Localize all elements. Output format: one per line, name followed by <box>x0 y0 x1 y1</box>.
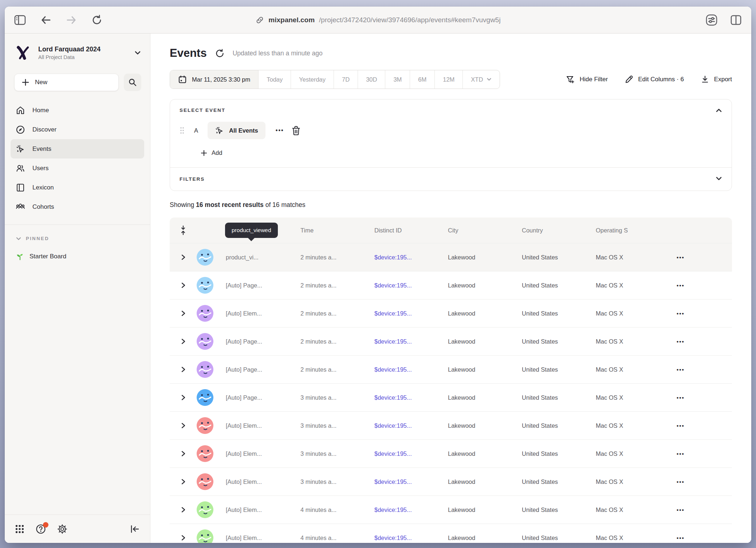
sidebar-item-cohorts[interactable]: Cohorts <box>11 197 144 216</box>
range-today[interactable]: Today <box>258 70 291 89</box>
expand-row-icon[interactable] <box>181 506 186 513</box>
distinct-id-link[interactable]: $device:195... <box>374 394 448 401</box>
column-header-distinct-id[interactable]: Distinct ID <box>374 227 448 234</box>
forward-icon[interactable] <box>66 15 77 25</box>
row-actions-menu[interactable]: ••• <box>677 395 685 401</box>
event-selector-chip[interactable]: All Events <box>208 122 265 139</box>
time-cell: 4 minutes a... <box>300 535 374 541</box>
new-button[interactable]: New <box>14 74 119 91</box>
expand-row-icon[interactable] <box>181 310 186 317</box>
distinct-id-link[interactable]: $device:195... <box>374 338 448 345</box>
column-header-city[interactable]: City <box>448 227 522 234</box>
distinct-id-link[interactable]: $device:195... <box>374 422 448 429</box>
expand-row-icon[interactable] <box>181 394 186 401</box>
expand-row-icon[interactable] <box>181 366 186 373</box>
event-tooltip: product_viewed <box>225 223 278 238</box>
distinct-id-link[interactable]: $device:195... <box>374 254 448 261</box>
gear-icon[interactable] <box>57 524 67 534</box>
row-actions-menu[interactable]: ••• <box>677 507 685 513</box>
expand-row-icon[interactable] <box>181 422 186 429</box>
reload-icon[interactable] <box>91 15 102 26</box>
refresh-icon[interactable] <box>215 48 225 58</box>
date-picker-segment[interactable]: Mar 11, 2025 3:30 pm <box>170 70 258 89</box>
sidebar-item-lexicon[interactable]: Lexicon <box>11 178 144 197</box>
project-switcher[interactable]: Lord Farquaad 2024 All Project Data <box>5 34 150 65</box>
row-actions-menu[interactable]: ••• <box>677 451 685 457</box>
split-view-icon[interactable] <box>730 15 742 26</box>
distinct-id-link[interactable]: $device:195... <box>374 310 448 317</box>
row-actions-menu[interactable]: ••• <box>677 479 685 485</box>
sidebar-item-discover[interactable]: Discover <box>11 120 144 139</box>
row-actions-menu[interactable]: ••• <box>677 535 685 541</box>
row-actions-menu[interactable]: ••• <box>677 423 685 429</box>
range-yesterday[interactable]: Yesterday <box>291 70 334 89</box>
browser-sidebar-toggle-icon[interactable] <box>14 15 26 25</box>
row-actions-menu[interactable]: ••• <box>677 367 685 373</box>
edit-columns-button[interactable]: Edit Columns · 6 <box>625 75 684 84</box>
table-row[interactable]: [Auto] Elem... 4 minutes a... $device:19… <box>170 524 732 543</box>
add-event-button[interactable]: Add <box>201 149 722 156</box>
city-cell: Lakewood <box>448 450 522 457</box>
range-6m[interactable]: 6M <box>410 70 434 89</box>
export-button[interactable]: Export <box>701 75 732 84</box>
table-row[interactable]: [Auto] Page... 2 minutes a... $device:19… <box>170 355 732 383</box>
search-button[interactable] <box>124 74 141 91</box>
range-3m[interactable]: 3M <box>385 70 410 89</box>
country-cell: United States <box>522 450 596 457</box>
city-cell: Lakewood <box>448 422 522 429</box>
expand-row-icon[interactable] <box>181 254 186 261</box>
expand-row-icon[interactable] <box>181 338 186 345</box>
back-icon[interactable] <box>40 15 51 25</box>
table-row[interactable]: [Auto] Page... 2 minutes a... $device:19… <box>170 327 732 355</box>
table-row[interactable]: [Auto] Elem... 3 minutes a... $device:19… <box>170 439 732 467</box>
url-bar[interactable]: mixpanel.com/project/3472420/view/397469… <box>255 16 500 24</box>
table-row[interactable]: [Auto] Elem... 2 minutes a... $device:19… <box>170 299 732 327</box>
column-header-os[interactable]: Operating S <box>596 227 666 234</box>
expand-row-icon[interactable] <box>181 450 186 457</box>
table-row[interactable]: [Auto] Page... 2 minutes a... $device:19… <box>170 271 732 299</box>
collapse-all-rows-icon[interactable] <box>179 225 187 235</box>
table-row[interactable]: [Auto] Elem... 3 minutes a... $device:19… <box>170 467 732 496</box>
range-12m[interactable]: 12M <box>434 70 462 89</box>
distinct-id-link[interactable]: $device:195... <box>374 478 448 485</box>
drag-handle-icon[interactable] <box>180 126 185 134</box>
sidebar-item-users[interactable]: Users <box>11 158 144 178</box>
table-row[interactable]: [Auto] Elem... 4 minutes a... $device:19… <box>170 496 732 524</box>
column-header-country[interactable]: Country <box>522 227 596 234</box>
expand-section-icon[interactable] <box>716 176 722 181</box>
range-xtd[interactable]: XTD <box>462 70 500 89</box>
range-7d[interactable]: 7D <box>334 70 358 89</box>
hide-filter-button[interactable]: Hide Filter <box>566 75 608 84</box>
event-more-menu[interactable]: ••• <box>276 127 284 134</box>
filters-label: FILTERS <box>180 176 722 182</box>
apps-grid-icon[interactable] <box>15 524 24 534</box>
column-header-time[interactable]: Time <box>300 227 374 234</box>
collapse-section-icon[interactable] <box>716 108 722 113</box>
range-30d[interactable]: 30D <box>358 70 385 89</box>
sidebar-item-home[interactable]: Home <box>11 101 144 120</box>
distinct-id-link[interactable]: $device:195... <box>374 535 448 541</box>
row-actions-menu[interactable]: ••• <box>677 310 685 317</box>
chevron-down-icon[interactable] <box>134 50 141 55</box>
distinct-id-link[interactable]: $device:195... <box>374 366 448 373</box>
table-row[interactable]: [Auto] Page... 3 minutes a... $device:19… <box>170 383 732 411</box>
distinct-id-link[interactable]: $device:195... <box>374 450 448 457</box>
row-actions-menu[interactable]: ••• <box>677 282 685 289</box>
row-actions-menu[interactable]: ••• <box>677 338 685 345</box>
table-row[interactable]: [Auto] Elem... 3 minutes a... $device:19… <box>170 411 732 439</box>
sidebar-item-events[interactable]: Events <box>11 139 144 158</box>
trash-icon[interactable] <box>291 125 301 136</box>
distinct-id-link[interactable]: $device:195... <box>374 506 448 513</box>
distinct-id-link[interactable]: $device:195... <box>374 282 448 289</box>
table-row[interactable]: product_vi... 2 minutes a... $device:195… <box>170 243 732 271</box>
expand-row-icon[interactable] <box>181 282 186 289</box>
pinned-section-header[interactable]: PINNED <box>5 225 150 241</box>
browser-customize-icon[interactable] <box>705 14 718 26</box>
expand-row-icon[interactable] <box>181 534 186 541</box>
sidebar-item-starter-board[interactable]: Starter Board <box>5 241 150 261</box>
expand-row-icon[interactable] <box>181 478 186 485</box>
collapse-sidebar-icon[interactable] <box>130 524 140 534</box>
city-cell: Lakewood <box>448 478 522 485</box>
event-name-cell: [Auto] Elem... <box>226 478 300 485</box>
row-actions-menu[interactable]: ••• <box>677 254 685 261</box>
